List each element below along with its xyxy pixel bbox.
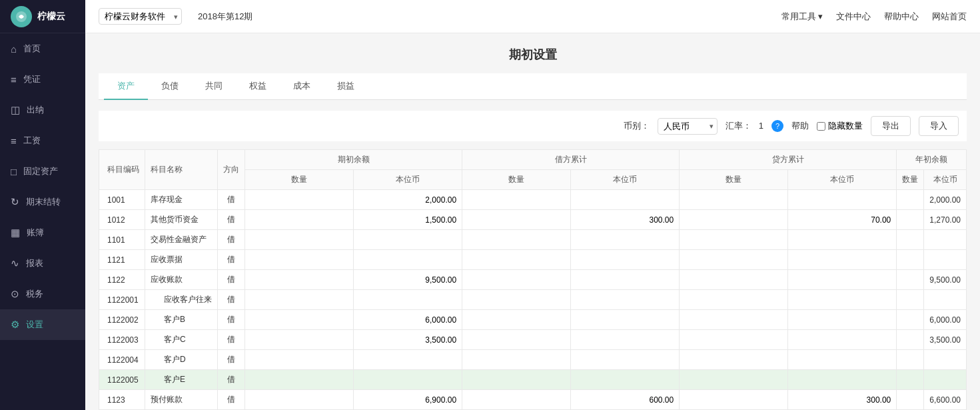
- cell-ob-qty[interactable]: [245, 250, 354, 270]
- cell-cc-local[interactable]: [788, 350, 897, 370]
- input-cc-local[interactable]: [793, 255, 891, 265]
- cell-dc-qty[interactable]: [462, 370, 571, 390]
- input-cc-qty[interactable]: [685, 315, 782, 325]
- input-cc-local[interactable]: [793, 275, 891, 285]
- input-dc-qty[interactable]: [468, 275, 565, 285]
- tab-equity[interactable]: 权益: [236, 73, 280, 100]
- input-dc-local[interactable]: [576, 235, 674, 245]
- cell-ob-local[interactable]: [353, 290, 462, 310]
- input-ob-qty[interactable]: [250, 295, 348, 305]
- sidebar-item-settings[interactable]: ⚙ 设置: [0, 309, 85, 340]
- cell-cc-qty[interactable]: [680, 210, 788, 230]
- cell-cc-qty[interactable]: [680, 310, 788, 330]
- input-dc-qty[interactable]: [468, 295, 565, 305]
- cell-dc-local[interactable]: [570, 190, 679, 210]
- cell-ob-local[interactable]: [353, 210, 462, 230]
- input-cc-qty[interactable]: [685, 255, 782, 265]
- cell-ob-local[interactable]: [353, 350, 462, 370]
- input-dc-qty[interactable]: [468, 355, 565, 365]
- tab-cost[interactable]: 成本: [280, 73, 324, 100]
- cell-dc-local[interactable]: [570, 210, 679, 230]
- input-cc-local[interactable]: [793, 335, 891, 345]
- cell-dc-qty[interactable]: [462, 270, 571, 290]
- input-cc-local[interactable]: [793, 355, 891, 365]
- input-ob-local[interactable]: [359, 195, 456, 205]
- cell-ob-qty[interactable]: [245, 270, 354, 290]
- input-ob-qty[interactable]: [250, 255, 348, 265]
- cell-ob-local[interactable]: [353, 190, 462, 210]
- cell-ob-qty[interactable]: [245, 210, 354, 230]
- cell-cc-qty[interactable]: [680, 250, 788, 270]
- sidebar-item-period-end[interactable]: ↻ 期末结转: [0, 187, 85, 217]
- export-button[interactable]: 导出: [871, 116, 911, 136]
- input-dc-local[interactable]: [576, 195, 674, 205]
- input-dc-qty[interactable]: [468, 315, 565, 325]
- cell-cc-local[interactable]: [788, 250, 897, 270]
- cell-cc-qty[interactable]: [680, 370, 788, 390]
- cell-dc-qty[interactable]: [462, 330, 571, 350]
- input-cc-local[interactable]: [793, 195, 891, 205]
- sidebar-item-salary[interactable]: ≡ 工资: [0, 125, 85, 156]
- sidebar-item-home[interactable]: ⌂ 首页: [0, 33, 85, 64]
- input-cc-local[interactable]: [793, 395, 891, 405]
- help-center-btn[interactable]: 帮助中心: [884, 11, 919, 23]
- input-ob-local[interactable]: [359, 215, 456, 225]
- cell-cc-qty[interactable]: [680, 190, 788, 210]
- cell-ob-qty[interactable]: [245, 370, 354, 390]
- input-dc-local[interactable]: [576, 215, 674, 225]
- input-ob-local[interactable]: [359, 235, 456, 245]
- cell-ob-local[interactable]: [353, 230, 462, 250]
- input-dc-qty[interactable]: [468, 375, 565, 385]
- input-ob-local[interactable]: [359, 395, 456, 405]
- sidebar-item-voucher[interactable]: ≡ 凭证: [0, 64, 85, 95]
- file-center-btn[interactable]: 文件中心: [836, 11, 871, 23]
- input-cc-qty[interactable]: [685, 195, 782, 205]
- cell-cc-local[interactable]: [788, 390, 897, 410]
- input-cc-qty[interactable]: [685, 275, 782, 285]
- input-cc-qty[interactable]: [685, 355, 782, 365]
- input-dc-local[interactable]: [576, 275, 674, 285]
- input-cc-qty[interactable]: [685, 375, 782, 385]
- cell-ob-qty[interactable]: [245, 330, 354, 350]
- cell-ob-qty[interactable]: [245, 350, 354, 370]
- cell-cc-local[interactable]: [788, 210, 897, 230]
- cell-dc-local[interactable]: [570, 270, 679, 290]
- cell-ob-qty[interactable]: [245, 230, 354, 250]
- input-ob-qty[interactable]: [250, 315, 348, 325]
- cell-dc-qty[interactable]: [462, 390, 571, 410]
- cell-dc-qty[interactable]: [462, 310, 571, 330]
- cell-cc-local[interactable]: [788, 290, 897, 310]
- cell-ob-local[interactable]: [353, 330, 462, 350]
- input-cc-qty[interactable]: [685, 335, 782, 345]
- cell-cc-local[interactable]: [788, 330, 897, 350]
- input-cc-local[interactable]: [793, 235, 891, 245]
- cell-dc-qty[interactable]: [462, 250, 571, 270]
- input-cc-local[interactable]: [793, 375, 891, 385]
- input-cc-local[interactable]: [793, 215, 891, 225]
- input-cc-qty[interactable]: [685, 235, 782, 245]
- input-dc-local[interactable]: [576, 355, 674, 365]
- currency-select[interactable]: 人民币: [658, 118, 718, 135]
- cell-ob-local[interactable]: [353, 370, 462, 390]
- cell-ob-qty[interactable]: [245, 310, 354, 330]
- input-ob-local[interactable]: [359, 295, 456, 305]
- input-ob-qty[interactable]: [250, 275, 348, 285]
- cell-dc-local[interactable]: [570, 350, 679, 370]
- hide-qty-checkbox-wrap[interactable]: 隐藏数量: [817, 120, 863, 132]
- cell-cc-local[interactable]: [788, 190, 897, 210]
- input-dc-local[interactable]: [576, 315, 674, 325]
- sidebar-item-ledger[interactable]: ▦ 账簿: [0, 217, 85, 248]
- cell-dc-local[interactable]: [570, 370, 679, 390]
- website-btn[interactable]: 网站首页: [932, 11, 967, 23]
- cell-dc-local[interactable]: [570, 250, 679, 270]
- input-ob-local[interactable]: [359, 355, 456, 365]
- cell-dc-qty[interactable]: [462, 210, 571, 230]
- cell-dc-qty[interactable]: [462, 190, 571, 210]
- input-cc-qty[interactable]: [685, 215, 782, 225]
- tab-common[interactable]: 共同: [192, 73, 236, 100]
- cell-dc-local[interactable]: [570, 230, 679, 250]
- tab-profit[interactable]: 损益: [324, 73, 368, 100]
- import-button[interactable]: 导入: [919, 116, 959, 136]
- input-cc-local[interactable]: [793, 295, 891, 305]
- input-ob-qty[interactable]: [250, 235, 348, 245]
